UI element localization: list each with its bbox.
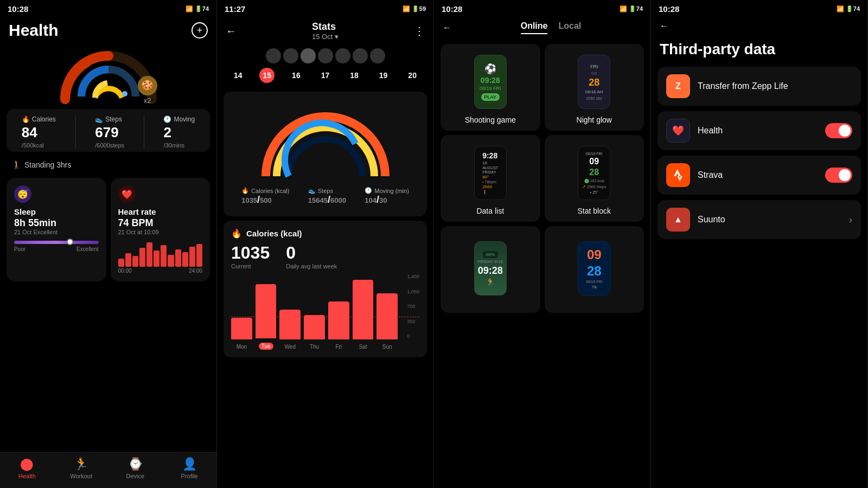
watch-nightglow-name: Night glow	[577, 115, 612, 124]
wf-shooting-preview: ⚽ 09:28 08/19 FRI PLAY	[474, 55, 507, 109]
suunto-icon: ▲	[666, 208, 690, 232]
tab-local[interactable]: Local	[558, 21, 581, 34]
stats-row: 🔥 Calories 84 /500kcal 👟 Steps 679 /6000…	[7, 109, 210, 152]
hr-bar	[154, 251, 159, 267]
strava-toggle[interactable]	[825, 168, 852, 183]
nav-workout[interactable]: 🏃 Workout	[54, 457, 108, 479]
toggle-knob	[839, 169, 851, 181]
nav-profile-label: Profile	[181, 473, 198, 479]
watch-card-nightglow[interactable]: FRI ○○ 28 08/16 AH 2560162 Night glow	[545, 44, 644, 131]
date-item[interactable]: 14	[231, 68, 246, 83]
steps-stat-value: 15645/6000	[308, 194, 346, 206]
calories-chart: 🔥 Calories (kcal) 1035 Current 0 Daily a…	[224, 221, 427, 357]
dot-thumb	[335, 48, 350, 63]
date-num: 14	[231, 68, 246, 83]
third-party-panel: 10:28 📶 🔋74 ← Third-party data Z Transfe…	[651, 0, 868, 488]
tab-online[interactable]: Online	[521, 21, 548, 34]
sleep-widget[interactable]: 😴 Sleep 8h 55min 21 Oct Excellent Poor E…	[7, 178, 106, 281]
nav-device-label: Device	[126, 473, 145, 479]
watch-card-colorful[interactable]: 09 28 08/16 FRI 78	[545, 226, 644, 313]
bar-tue-label: Tue	[259, 343, 273, 350]
status-bar-3: 10:28 📶 🔋74	[434, 0, 650, 16]
standing-icon: 🚶	[12, 160, 21, 169]
zepp-icon: Z	[666, 74, 690, 98]
tp-zepp-life[interactable]: Z Transfer from Zepp Life	[658, 67, 861, 106]
steps-stat2: 👟 Steps 15645/6000	[308, 187, 346, 206]
date-item[interactable]: 20	[405, 68, 420, 83]
y-label: 1,050	[407, 289, 419, 294]
hr-end: 24:00	[189, 268, 202, 274]
cal-avg: 0 Daily avg last week	[286, 243, 337, 269]
watch-card-shooting[interactable]: ⚽ 09:28 08/19 FRI PLAY Shooting game	[441, 44, 540, 131]
time-2: 11:27	[225, 4, 245, 14]
heartrate-icon: ❤️	[118, 185, 136, 203]
calories-value: 84	[22, 124, 56, 141]
hr-bar	[189, 247, 195, 267]
steps-label: 👟 Steps	[95, 115, 124, 123]
workout-nav-icon: 🏃	[74, 457, 88, 471]
steps-stat: 👟 Steps 679 /6000steps	[95, 115, 124, 149]
stats-menu-button[interactable]: ⋮	[414, 24, 425, 37]
watch-shooting-name: Shooting game	[465, 115, 516, 124]
date-item[interactable]: 17	[317, 68, 333, 83]
moving-stat: 🕐 Moving 2 /30mins	[163, 115, 195, 149]
avg-line	[231, 317, 419, 317]
watch-card-landscape[interactable]: 80% FRIDAY 8/16 09:28 🏃	[441, 226, 540, 313]
cal-current-label: Current	[231, 263, 270, 269]
date-num: 18	[347, 68, 362, 83]
arc-chart-container: 🔥 Calories (kcal) 1035/500 👟 Steps 15645…	[224, 92, 427, 216]
stats-back-button[interactable]: ←	[226, 25, 237, 37]
widget-grid: 😴 Sleep 8h 55min 21 Oct Excellent Poor E…	[0, 174, 216, 286]
date-item-active[interactable]: 15	[259, 68, 275, 83]
moving-label: 🕐 Moving	[163, 115, 195, 123]
date-item[interactable]: 18	[347, 68, 362, 83]
hr-bar	[182, 252, 188, 267]
nav-device[interactable]: ⌚ Device	[108, 457, 163, 479]
date-item[interactable]: 16	[289, 68, 304, 83]
stats-title: Stats	[312, 21, 339, 33]
bar-chart-wrap: Mon Tue Wed Thu Fri	[231, 274, 419, 350]
health-toggle[interactable]	[825, 123, 852, 138]
date-num: 20	[405, 68, 420, 83]
tp-suunto[interactable]: ▲ Suunto ›	[658, 200, 861, 239]
add-button[interactable]: +	[192, 22, 208, 38]
bar-fri-label: Fri	[335, 344, 342, 350]
y-label: 0	[407, 333, 419, 339]
health-icon: ❤️	[666, 119, 690, 143]
watch-preview: 09 28 08/16 FRI 78	[578, 235, 610, 302]
dot-thumb	[301, 48, 316, 63]
wf-nightglow-preview: FRI ○○ 28 08/16 AH 2560162	[578, 55, 610, 109]
dot-thumb	[283, 48, 298, 63]
third-party-list: Z Transfer from Zepp Life ❤️ Health Stra…	[651, 67, 867, 243]
hr-bar	[168, 255, 174, 267]
watch-back-button[interactable]: ←	[443, 23, 451, 33]
cal-current: 1035 Current	[231, 243, 270, 269]
hr-bar	[146, 242, 152, 267]
device-nav-icon: ⌚	[128, 457, 143, 471]
steps-value: 679	[95, 124, 124, 141]
watch-faces-panel: 10:28 📶 🔋74 ← Online Local ⚽ 09:28 08/19…	[434, 0, 651, 488]
shoe-icon: 👟	[95, 115, 103, 123]
third-party-back-button[interactable]: ←	[660, 21, 668, 31]
tp-strava[interactable]: Strava	[658, 156, 861, 195]
steps-sub: /6000steps	[95, 142, 124, 149]
stats-title-group: Stats 15 Oct ▾	[312, 21, 339, 41]
watch-card-datalist[interactable]: 9:28 16 AUGUST FRIDAY 80° • 78bpm 2560 🚶…	[441, 135, 540, 222]
date-item[interactable]: 19	[376, 68, 391, 83]
hr-bar	[139, 248, 145, 267]
cookie-badge: 🍪 x2	[138, 76, 157, 105]
watch-card-statblock[interactable]: 08/16 FRI 09 28 ⬤ 162 kcal ↗ 2560 Steps …	[545, 135, 644, 222]
watch-datalist-name: Data list	[476, 207, 504, 215]
zepp-name: Transfer from Zepp Life	[698, 81, 852, 91]
time-1: 10:28	[8, 4, 28, 14]
bar-sat-bar	[353, 280, 374, 339]
bar-thu: Thu	[304, 315, 325, 350]
calories-header: 🔥 Calories (kcal)	[231, 228, 419, 239]
heartrate-widget[interactable]: ❤️ Heart rate 74 BPM 21 Oct at 10:09 00:…	[111, 178, 210, 281]
y-label: 700	[407, 304, 419, 309]
nav-health[interactable]: ⬤ Health	[0, 457, 54, 479]
nav-profile[interactable]: 👤 Profile	[162, 457, 216, 479]
health-nav-icon: ⬤	[20, 457, 34, 471]
strava-name: Strava	[698, 170, 825, 180]
tp-health[interactable]: ❤️ Health	[658, 111, 861, 150]
